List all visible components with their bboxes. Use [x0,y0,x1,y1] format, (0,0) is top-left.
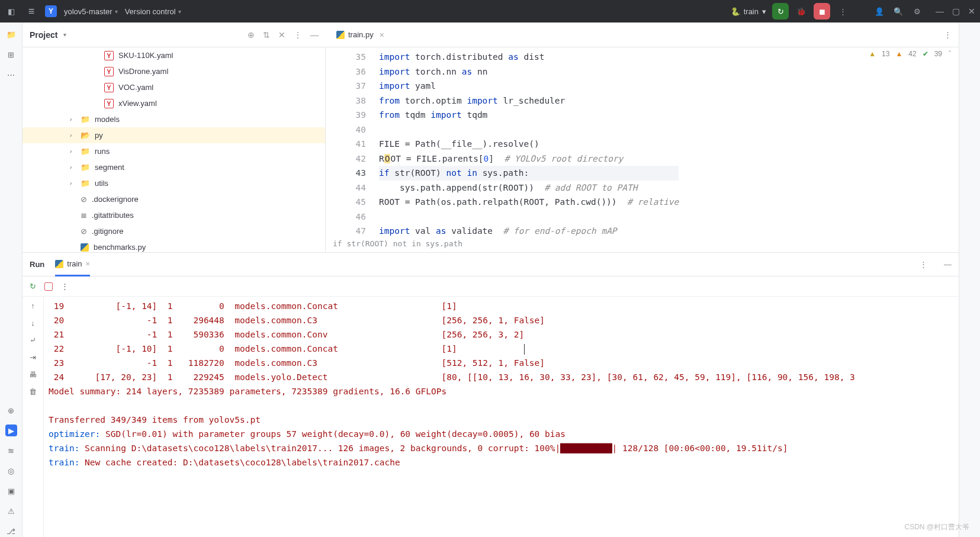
code-with-me-icon[interactable]: 👤 [873,5,886,18]
expand-arrow-icon[interactable]: › [70,132,76,139]
vcs-label: Version control [125,7,176,16]
up-icon[interactable]: ↑ [31,301,35,310]
stop-run-icon[interactable] [44,282,53,291]
tree-item-label: utils [95,179,108,188]
tree-item-label: VOC.yaml [118,83,153,92]
folder-icon: 📁 [81,147,90,156]
tree-item[interactable]: ›📁runs [23,143,325,159]
tree-item[interactable]: ⊘.dockerignore [23,191,325,207]
tree-item[interactable]: ›📁utils [23,175,325,191]
project-badge: Y [45,5,57,17]
project-tree[interactable]: YSKU-110K.yamlYVisDrone.yamlYVOC.yamlYxV… [23,47,326,252]
hide-panel-icon[interactable]: ✕ [278,30,285,40]
yaml-file-icon: Y [104,99,114,108]
titlebar: ◧ ≡ Y yolov5-master ▾ Version control ▾ … [0,0,980,22]
tree-item-label: py [95,131,103,140]
main-menu-icon[interactable]: ≡ [25,5,38,18]
tree-item-label: .dockerignore [92,195,139,204]
expand-all-icon[interactable]: ⇅ [263,30,270,40]
close-tab-icon[interactable]: × [86,259,91,268]
window-close-icon[interactable]: ✕ [968,7,975,16]
warning-icon[interactable]: ⚠ [5,505,17,517]
tree-item-label: SKU-110K.yaml [118,51,173,60]
settings-icon[interactable]: ⚙ [911,5,924,18]
python-file-icon [81,243,89,252]
stop-button[interactable]: ◼ [814,3,830,20]
tree-item[interactable]: YVisDrone.yaml [23,63,325,79]
soft-wrap-icon[interactable]: ⤶ [30,336,36,345]
tree-item[interactable]: benchmarks.py [23,239,325,252]
tree-item[interactable]: YVOC.yaml [23,79,325,95]
clear-icon[interactable]: 🗑 [29,387,37,396]
folder-open-icon: 📂 [81,131,90,140]
text-file-icon: ≣ [81,211,87,220]
code-content[interactable]: import torch.distributed as distimport t… [379,47,679,252]
expand-arrow-icon[interactable]: › [70,148,76,155]
problems-icon[interactable]: ◎ [5,465,17,477]
search-icon[interactable]: 🔍 [892,5,905,18]
tree-item[interactable]: YxView.yaml [23,95,325,111]
run-more-icon[interactable]: ⋮ [920,260,927,269]
more-actions-icon[interactable]: ⋮ [836,5,849,18]
tree-item-label: benchmarks.py [94,243,146,252]
window-maximize-icon[interactable]: ▢ [952,7,960,16]
rerun-button[interactable]: ↻ [772,3,789,20]
app-icon[interactable]: ◧ [5,5,18,18]
toolbar-more-icon[interactable]: ⋮ [61,282,69,291]
project-tool-icon[interactable]: 📁 [5,28,17,40]
gutter: 35363738394041424344454647 [326,47,379,252]
breadcrumb[interactable]: if str(ROOT) not in sys.path [333,237,462,252]
close-tab-icon[interactable]: × [380,30,384,40]
vcs-dropdown[interactable]: Version control ▾ [125,7,181,16]
console-action-stripe: ↑ ↓ ⤶ ⇥ 🖶 🗑 [23,297,44,537]
ignore-file-icon: ⊘ [81,227,87,236]
tree-item-label: segment [95,163,124,172]
tree-item[interactable]: YSKU-110K.yaml [23,47,325,63]
more-tool-icon[interactable]: ⋯ [5,69,17,81]
train-run-tab[interactable]: train × [55,253,90,276]
run-minimize-icon[interactable]: — [944,260,952,269]
services-icon[interactable]: ≋ [5,445,17,456]
terminal-icon[interactable]: ▣ [5,485,17,497]
right-tool-stripe [959,22,980,537]
project-name: yolov5-master [64,7,113,16]
project-dropdown[interactable]: yolov5-master ▾ [64,7,118,16]
console-output[interactable]: 19 [-1, 14] 1 0 models.common.Concat [1]… [44,297,959,537]
run-config-name: train [744,7,759,16]
debug-button[interactable]: 🐞 [795,5,808,18]
rerun-icon[interactable]: ↻ [30,282,36,291]
expand-arrow-icon[interactable]: › [70,116,76,123]
ignore-file-icon: ⊘ [81,195,87,204]
editor-more-icon[interactable]: ⋮ [944,30,952,39]
tree-item-label: .gitignore [92,227,123,236]
vcs-tool-icon[interactable]: ⎇ [5,525,17,537]
run-tab-label: Run [30,260,44,269]
structure-tool-icon[interactable]: ⊞ [5,49,17,60]
tree-item[interactable]: ›📁models [23,111,325,127]
editor: train.py × ⋮ ▲13 ▲42 ✔39 ˄ 3536373839404… [326,22,959,252]
window-minimize-icon[interactable]: — [936,7,944,16]
expand-arrow-icon[interactable]: › [70,164,76,171]
run-tab[interactable]: Run [30,253,44,276]
run-tool-icon[interactable]: ▶ [5,425,17,436]
tree-item[interactable]: ⊘.gitignore [23,223,325,239]
chevron-down-icon[interactable]: ▾ [63,31,66,38]
tree-item[interactable]: ›📁segment [23,159,325,175]
down-icon[interactable]: ↓ [31,319,35,327]
chevron-down-icon: ▾ [178,8,181,15]
editor-tab-train[interactable]: train.py × [333,22,388,47]
select-opened-file-icon[interactable]: ⊕ [248,30,255,40]
panel-minimize-icon[interactable]: — [310,30,319,40]
tree-item[interactable]: ›📂py [23,127,325,143]
panel-more-icon[interactable]: ⋮ [294,30,302,40]
tree-item[interactable]: ≣.gitattributes [23,207,325,223]
folder-icon: 📁 [81,115,90,124]
code-area[interactable]: 35363738394041424344454647 import torch.… [326,47,959,252]
print-icon[interactable]: 🖶 [29,370,37,379]
scroll-to-end-icon[interactable]: ⇥ [30,353,36,362]
run-config-dropdown[interactable]: 🐍 train ▾ [731,7,766,16]
train-tab-label: train [67,259,82,268]
tree-item-label: xView.yaml [118,99,157,108]
python-packages-icon[interactable]: ⊕ [5,404,17,416]
expand-arrow-icon[interactable]: › [70,180,76,186]
